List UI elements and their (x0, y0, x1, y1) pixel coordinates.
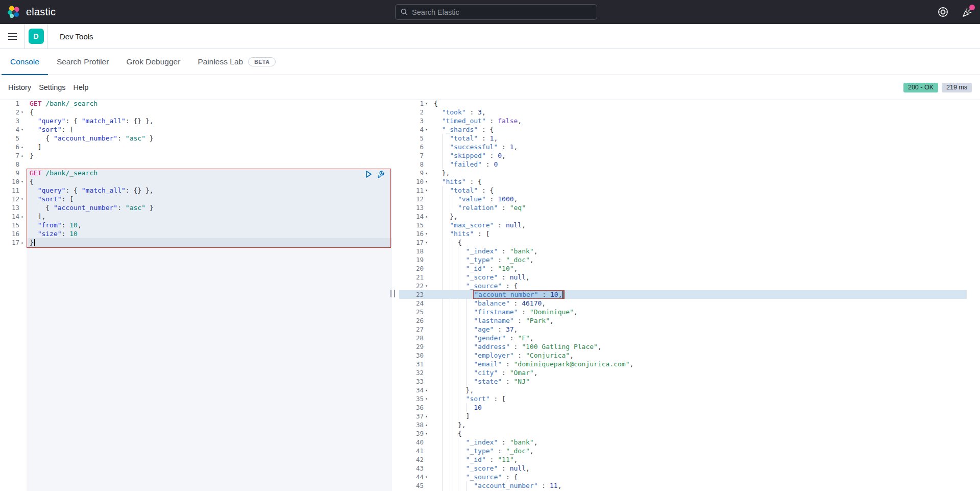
response-line[interactable]: 18"_index" : "bank", (399, 247, 967, 255)
tab-grok-debugger[interactable]: Grok Debugger (117, 49, 189, 75)
panel-resize-handle[interactable] (390, 290, 395, 297)
editor-line[interactable]: 9GET /bank/_search (0, 169, 392, 177)
response-line[interactable]: 23"account_number" : 10, (399, 290, 967, 299)
response-line[interactable]: 35▾"sort" : [ (399, 394, 967, 403)
request-editor[interactable]: 1GET /bank/_search2▾{3"query": { "match_… (0, 100, 392, 491)
editor-line[interactable]: 16"size": 10 (0, 229, 392, 238)
fold-toggle-icon[interactable]: ▾ (425, 229, 431, 238)
response-line[interactable]: 15"max_score" : null, (399, 221, 967, 229)
fold-toggle-icon[interactable]: ▾ (425, 238, 431, 247)
response-line[interactable]: 32"city" : "Omar", (399, 368, 967, 377)
response-line[interactable]: 6"successful" : 1, (399, 143, 967, 151)
response-line[interactable]: 19"_type" : "_doc", (399, 255, 967, 264)
response-line[interactable]: 7"skipped" : 0, (399, 151, 967, 160)
editor-line[interactable]: 15"from": 10, (0, 221, 392, 229)
send-request-icon[interactable] (364, 170, 373, 178)
help-icon[interactable] (937, 7, 948, 18)
fold-toggle-icon[interactable]: ▴ (21, 151, 27, 160)
editor-line[interactable]: 2▾{ (0, 108, 392, 116)
fold-toggle-icon[interactable]: ▴ (425, 212, 431, 221)
response-line[interactable]: 33"state" : "NJ" (399, 377, 967, 386)
response-line[interactable]: 11▾"total" : { (399, 186, 967, 195)
breadcrumb[interactable]: Dev Tools (60, 32, 93, 41)
response-line[interactable]: 3610 (399, 403, 967, 412)
newsfeed-icon[interactable] (962, 7, 973, 18)
editor-line[interactable]: 12▾"sort": [ (0, 195, 392, 203)
fold-toggle-icon[interactable]: ▴ (21, 212, 27, 221)
response-line[interactable]: 9▴}, (399, 169, 967, 177)
editor-line[interactable]: 6▴] (0, 143, 392, 151)
elastic-logo[interactable]: elastic (0, 5, 56, 19)
response-line[interactable]: 40"_index" : "bank", (399, 438, 967, 447)
response-viewer[interactable]: 1▾{2"took" : 3,3"timed_out" : false,4▾"_… (399, 100, 967, 491)
toolbar-link-history[interactable]: History (8, 83, 31, 91)
response-line[interactable]: 34▴}, (399, 386, 967, 394)
fold-toggle-icon[interactable]: ▴ (425, 169, 431, 177)
editor-line[interactable]: 14▴], (0, 212, 392, 221)
fold-toggle-icon[interactable]: ▾ (425, 177, 431, 186)
response-line[interactable]: 41"_type" : "_doc", (399, 447, 967, 455)
response-line[interactable]: 17▾{ (399, 238, 967, 247)
editor-line[interactable]: 4▾"sort": [ (0, 125, 392, 134)
response-line[interactable]: 12"value" : 1000, (399, 195, 967, 203)
editor-line[interactable]: 17▴} (0, 238, 392, 247)
response-line[interactable]: 5"total" : 1, (399, 134, 967, 143)
response-line[interactable]: 28"gender" : "F", (399, 334, 967, 342)
response-line[interactable]: 2"took" : 3, (399, 108, 967, 116)
fold-toggle-icon[interactable]: ▴ (425, 420, 431, 429)
response-line[interactable]: 37▴] (399, 412, 967, 420)
response-line[interactable]: 8"failed" : 0 (399, 160, 967, 169)
response-line[interactable]: 13"relation" : "eq" (399, 203, 967, 212)
search-input[interactable] (412, 8, 592, 16)
toolbar-link-help[interactable]: Help (74, 83, 89, 91)
response-line[interactable]: 30"employer" : "Conjurica", (399, 351, 967, 360)
fold-toggle-icon[interactable]: ▾ (425, 394, 431, 403)
response-line[interactable]: 14▴}, (399, 212, 967, 221)
global-search[interactable] (395, 4, 597, 20)
response-line[interactable]: 21"_score" : null, (399, 273, 967, 282)
toolbar-link-settings[interactable]: Settings (39, 83, 65, 91)
fold-toggle-icon[interactable]: ▾ (21, 177, 27, 186)
response-line[interactable]: 42"_id" : "11", (399, 455, 967, 464)
space-selector-button[interactable]: D (24, 24, 47, 49)
editor-line[interactable]: 8 (0, 160, 392, 169)
response-line[interactable]: 43"_score" : null, (399, 464, 967, 473)
response-line[interactable]: 3"timed_out" : false, (399, 116, 967, 125)
response-line[interactable]: 38▴}, (399, 420, 967, 429)
editor-line[interactable]: 5{ "account_number": "asc" } (0, 134, 392, 143)
response-line[interactable]: 26"lastname" : "Park", (399, 316, 967, 325)
response-line[interactable]: 1▾{ (399, 100, 967, 108)
editor-line[interactable]: 10▾{ (0, 177, 392, 186)
tab-painless-lab[interactable]: Painless LabBETA (189, 49, 284, 75)
fold-toggle-icon[interactable]: ▾ (425, 429, 431, 438)
editor-line[interactable]: 7▴} (0, 151, 392, 160)
response-line[interactable]: 44▾"_source" : { (399, 473, 967, 481)
response-line[interactable]: 39▾{ (399, 429, 967, 438)
response-line[interactable]: 27"age" : 37, (399, 325, 967, 334)
fold-toggle-icon[interactable]: ▾ (425, 125, 431, 134)
fold-toggle-icon[interactable]: ▾ (425, 282, 431, 290)
fold-toggle-icon[interactable]: ▴ (21, 143, 27, 151)
response-line[interactable]: 10▾"hits" : { (399, 177, 967, 186)
fold-toggle-icon[interactable]: ▾ (425, 473, 431, 481)
response-line[interactable]: 29"address" : "100 Gatling Place", (399, 342, 967, 351)
response-line[interactable]: 20"_id" : "10", (399, 264, 967, 273)
editor-line[interactable]: 11"query": { "match_all": {} }, (0, 186, 392, 195)
response-line[interactable]: 45"account_number" : 11, (399, 481, 967, 490)
response-line[interactable]: 16▾"hits" : [ (399, 229, 967, 238)
fold-toggle-icon[interactable]: ▾ (425, 186, 431, 195)
fold-toggle-icon[interactable]: ▾ (21, 108, 27, 116)
response-line[interactable]: 24"balance" : 46170, (399, 299, 967, 308)
fold-toggle-icon[interactable]: ▴ (21, 238, 27, 247)
response-line[interactable]: 25"firstname" : "Dominique", (399, 308, 967, 316)
fold-toggle-icon[interactable]: ▴ (425, 386, 431, 394)
editor-line[interactable]: 3"query": { "match_all": {} }, (0, 116, 392, 125)
wrench-icon[interactable] (377, 170, 385, 178)
fold-toggle-icon[interactable]: ▾ (21, 195, 27, 203)
fold-toggle-icon[interactable]: ▾ (21, 125, 27, 134)
menu-button[interactable] (0, 24, 24, 49)
tab-console[interactable]: Console (2, 49, 48, 75)
response-line[interactable]: 4▾"_shards" : { (399, 125, 967, 134)
response-line[interactable]: 22▾"_source" : { (399, 282, 967, 290)
editor-line[interactable]: 13{ "account_number": "asc" } (0, 203, 392, 212)
